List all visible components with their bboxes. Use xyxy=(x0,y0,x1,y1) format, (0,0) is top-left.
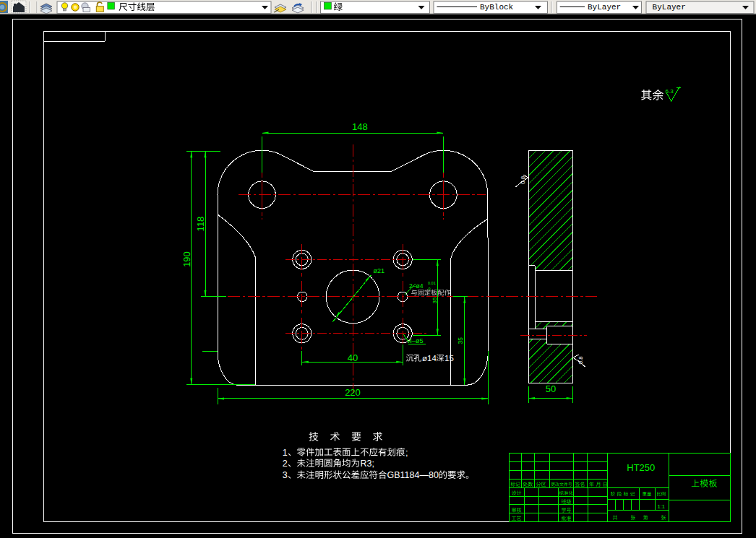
svg-text:0.01: 0.01 xyxy=(428,281,436,285)
svg-text:;: ; xyxy=(405,448,408,458)
svg-text:190: 190 xyxy=(181,251,192,267)
svg-text:220: 220 xyxy=(345,387,361,398)
svg-text:3: 3 xyxy=(283,470,288,480)
svg-text:2–ø4: 2–ø4 xyxy=(409,282,424,290)
svg-text:HT250: HT250 xyxy=(627,462,655,473)
svg-text:2: 2 xyxy=(283,459,288,469)
svg-text:R3;: R3; xyxy=(361,459,374,469)
svg-text:0: 0 xyxy=(429,287,431,291)
svg-text:6.3: 6.3 xyxy=(666,88,674,95)
svg-text:GB1184—80: GB1184—80 xyxy=(387,470,439,480)
svg-text:118: 118 xyxy=(195,217,206,232)
svg-text:ByBlock: ByBlock xyxy=(480,3,514,12)
svg-text:ByLayer: ByLayer xyxy=(588,3,621,12)
svg-text:ø21: ø21 xyxy=(374,267,385,274)
svg-text:1: 1 xyxy=(283,448,288,458)
svg-text:50: 50 xyxy=(546,383,556,394)
svg-text:148: 148 xyxy=(352,121,368,132)
svg-text:40: 40 xyxy=(348,352,358,363)
svg-text:0.8: 0.8 xyxy=(520,175,526,184)
svg-text:35: 35 xyxy=(431,297,438,303)
svg-text:4–ø5: 4–ø5 xyxy=(408,337,424,344)
svg-text:1:1: 1:1 xyxy=(658,503,665,510)
svg-text:ø14: ø14 xyxy=(422,354,437,363)
svg-text:35: 35 xyxy=(458,337,465,344)
svg-text:ByLayer: ByLayer xyxy=(653,3,686,12)
svg-text:0.8: 0.8 xyxy=(577,356,584,365)
svg-text:15: 15 xyxy=(444,354,454,363)
